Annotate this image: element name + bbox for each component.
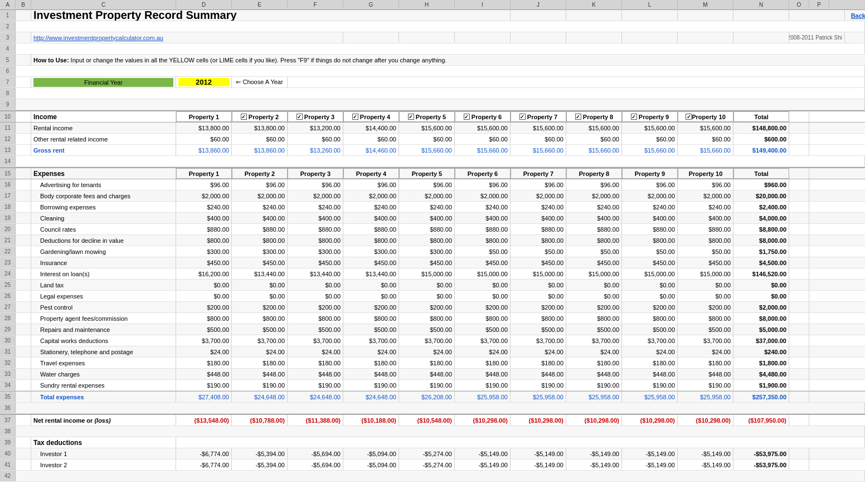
expense-row-22-v2: $300.00: [288, 246, 343, 257]
cell-2: [16, 21, 865, 32]
expense-row-18-v3: $240.00: [343, 202, 399, 212]
cell-18-a: [16, 202, 31, 212]
expense-row-17-v6: $2,000.00: [511, 190, 566, 201]
expense-row-26-v7: $0.00: [566, 291, 622, 301]
gross-rent-p7: $15,660.00: [511, 145, 566, 155]
expense-row-31-v8: $24.00: [622, 346, 678, 357]
cell-15-op: [789, 168, 809, 179]
expense-row-16-v6: $96.00: [511, 179, 566, 190]
row-num-17: 17: [0, 190, 16, 201]
cell-31-op: [789, 346, 809, 357]
cell-37-a: [16, 415, 31, 425]
row-23: 23Insurance$450.00$450.00$450.00$450.00$…: [0, 257, 865, 268]
row-num-21: 21: [0, 235, 16, 246]
prop6-checkbox[interactable]: ✓: [464, 114, 470, 120]
expense-row-31-label: Stationery, telephone and postage: [31, 346, 176, 357]
rental-income-p7: $15,600.00: [511, 123, 566, 133]
cell-13-a: [16, 145, 31, 155]
row-42: 42: [0, 471, 865, 482]
expense-row-17-v5: $2,000.00: [455, 190, 511, 201]
prop3-checkbox[interactable]: ✓: [297, 114, 303, 120]
cell-1-e: [455, 10, 511, 21]
cell-11-a: [16, 123, 31, 133]
prop8-checkbox[interactable]: ✓: [575, 114, 581, 120]
expense-row-21-v2: $800.00: [288, 235, 343, 246]
prop2-checkbox[interactable]: ✓: [241, 114, 247, 120]
back-to-content-link[interactable]: Back to Content: [845, 10, 865, 21]
website-link[interactable]: http://www.investmentpropertycalculator.…: [31, 32, 343, 43]
prop4-checkbox[interactable]: ✓: [352, 114, 358, 120]
expense-row-21-v8: $800.00: [622, 235, 678, 246]
row-28: 28Property agent fees/commission$800.00$…: [0, 313, 865, 324]
expense-row-20-v4: $880.00: [399, 224, 455, 234]
cell-3-a: [16, 32, 31, 43]
prop5-checkbox[interactable]: ✓: [408, 114, 414, 120]
cell-16-op: [789, 179, 809, 190]
row-num-29: 29: [0, 324, 16, 335]
cell-27-op: [789, 302, 809, 312]
exp-prop-header-1: Property 1: [176, 168, 232, 179]
other-rental-p4: $60.00: [343, 134, 399, 144]
expense-row-33-v8: $448.00: [622, 369, 678, 379]
col-header-k: K: [566, 0, 622, 10]
net-rental-p2: ($10,788.00): [232, 415, 288, 425]
expense-row-18-label: Borrowing expenses: [31, 202, 176, 212]
expense-row-26-v0: $0.00: [176, 291, 232, 301]
expense-row-28-v5: $800.00: [455, 313, 511, 324]
expense-row-30-v5: $3,700.00: [455, 335, 511, 346]
financial-year-value[interactable]: 2012: [178, 78, 229, 86]
expense-row-35-v7: $25,958.00: [566, 392, 622, 402]
expense-row-16-v3: $96.00: [343, 179, 399, 190]
cell-28-op: [789, 313, 809, 324]
row-num-42: 42: [0, 471, 16, 481]
expense-row-27-v9: $200.00: [678, 302, 733, 312]
financial-year-value-cell[interactable]: 2012: [176, 77, 232, 87]
prop9-checkbox[interactable]: ✓: [631, 114, 637, 120]
expense-row-25-v6: $0.00: [511, 280, 566, 290]
row-num-1: 1: [0, 10, 16, 21]
expense-row-17-v0: $2,000.00: [176, 190, 232, 201]
expense-row-16-v2: $96.00: [288, 179, 343, 190]
expense-row-29-v2: $500.00: [288, 324, 343, 335]
exp-prop-header-2: Property 2: [232, 168, 288, 179]
expense-row-33-v10: $4,480.00: [733, 369, 789, 379]
row-16: 16Advertising for tenants$96.00$96.00$96…: [0, 179, 865, 190]
expense-row-20-v0: $880.00: [176, 224, 232, 234]
gross-rent-total: $149,400.00: [733, 145, 789, 155]
expense-row-33-v6: $448.00: [511, 369, 566, 379]
cell-19-op: [789, 213, 809, 223]
expense-row-22-v6: $50.00: [511, 246, 566, 257]
row-num-16: 16: [0, 179, 16, 190]
expense-row-25-v7: $0.00: [566, 280, 622, 290]
expense-row-31-v9: $24.00: [678, 346, 733, 357]
expense-row-20-v2: $880.00: [288, 224, 343, 234]
prop-header-6: ✓ Property 6: [455, 111, 511, 122]
expense-row-16-label: Advertising for tenants: [31, 179, 176, 190]
expense-row-21-v4: $800.00: [399, 235, 455, 246]
cell-1-k: [789, 10, 845, 21]
expense-row-33-v9: $448.00: [678, 369, 733, 379]
cell-21-a: [16, 235, 31, 246]
expense-row-30-v4: $3,700.00: [399, 335, 455, 346]
expense-row-16-v10: $960.00: [733, 179, 789, 190]
expense-row-27-v2: $200.00: [288, 302, 343, 312]
prop10-checkbox[interactable]: ✓: [686, 114, 692, 120]
expense-row-27-v7: $200.00: [566, 302, 622, 312]
prop7-checkbox[interactable]: ✓: [519, 114, 526, 120]
expense-row-20-v7: $880.00: [566, 224, 622, 234]
expense-row-26-v2: $0.00: [288, 291, 343, 301]
expense-row-33-v4: $448.00: [399, 369, 455, 379]
expense-row-19-v7: $400.00: [566, 213, 622, 223]
row-35: 35Total expenses$27,408.00$24,648.00$24,…: [0, 391, 865, 403]
row-num-27: 27: [0, 302, 16, 312]
expense-row-23-v0: $450.00: [176, 257, 232, 268]
investor2-p4: -$5,094.00: [343, 459, 399, 470]
cell-3-k: [733, 32, 789, 43]
exp-prop-header-8: Property 8: [566, 168, 622, 179]
cell-1-d: [321, 10, 455, 21]
cell-36: [16, 403, 865, 413]
cell-7-a: [16, 77, 31, 87]
row-num-38: 38: [0, 426, 16, 437]
expense-row-25-v10: $0.00: [733, 280, 789, 290]
expense-row-17-label: Body corporate fees and charges: [31, 190, 176, 201]
